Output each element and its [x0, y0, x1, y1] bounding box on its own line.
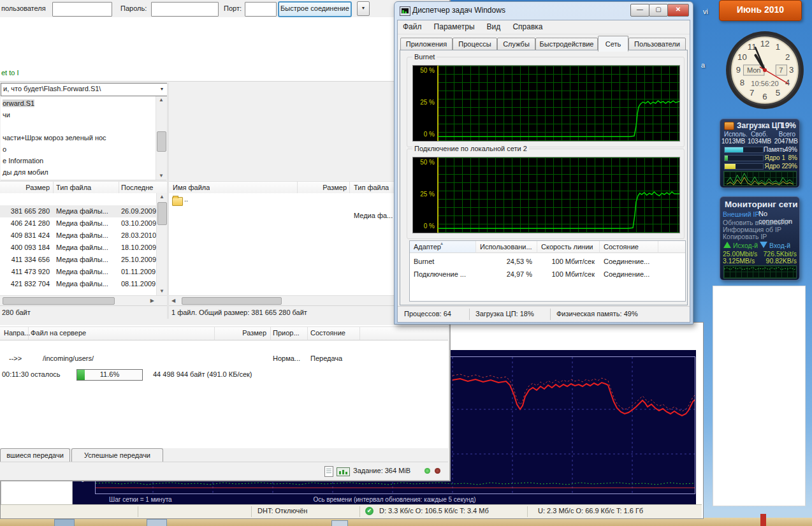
column-state[interactable]: Состояние	[310, 329, 345, 337]
upload-stats[interactable]: U: 2.3 Мб/с O: 66.9 Кб/с T: 1.6 Гб	[538, 507, 643, 515]
quickconnect-dropdown[interactable]: ▼	[357, 1, 370, 16]
download-stats[interactable]: D: 3.3 Кб/с O: 106.5 Кб/с T: 3.4 Мб	[379, 507, 489, 515]
desktop-icon-label[interactable]: vi	[703, 8, 708, 15]
tree-scrollbar[interactable]: ▲ ▼	[156, 96, 166, 180]
tab-processes[interactable]: Процессы	[453, 38, 497, 51]
column-type[interactable]: Тип файла	[56, 184, 117, 191]
menu-bar: Файл Параметры Вид Справка	[398, 20, 690, 34]
desktop-icon-label[interactable]: a	[701, 61, 705, 69]
clock-hub	[763, 68, 767, 72]
local-list-header[interactable]: Размер Тип файла Последне	[0, 181, 167, 194]
file-date: 28.03.2010	[121, 230, 158, 242]
tree-item[interactable]: orward.S1	[1, 98, 156, 109]
file-size: 381 665 280	[0, 205, 50, 217]
tree-item[interactable]: e Information	[1, 155, 156, 166]
tree-item[interactable]: части+Шрэк мороз зеленый нос	[1, 132, 156, 143]
password-input[interactable]	[151, 2, 219, 17]
menu-help[interactable]: Справка	[507, 20, 547, 33]
local-status: 280 байт	[0, 305, 167, 319]
tab-successful-transfers[interactable]: Успешные передачи	[71, 448, 163, 462]
tab-users[interactable]: Пользователи	[628, 38, 686, 51]
scroll-down-icon[interactable]: ▼	[159, 173, 164, 179]
maximize-button[interactable]: ▢	[649, 4, 668, 17]
tab-network[interactable]: Сеть	[598, 36, 628, 52]
file-row[interactable]: 421 832 704Медиа файлы...08.11.2009	[0, 278, 167, 290]
file-type: Медиа файлы...	[56, 217, 119, 230]
tree-item[interactable]	[1, 121, 156, 132]
column-size[interactable]: Размер	[297, 184, 347, 191]
column-size[interactable]: Размер	[217, 329, 266, 337]
queue-row[interactable]: -->> /incoming/users/ Норма... Передача	[0, 354, 448, 366]
column-adapter[interactable]: Адаптер ▴	[410, 241, 476, 253]
tree-item[interactable]: чи	[1, 109, 156, 121]
transfer-state: Передача	[310, 354, 342, 362]
tab-failed-transfers[interactable]: вшиеся передачи	[0, 448, 70, 462]
scroll-down-icon[interactable]: ▼	[159, 289, 164, 294]
tree-item[interactable]: о	[1, 143, 156, 155]
network-usage-svg	[413, 66, 679, 141]
column-link-speed[interactable]: Скорость линии	[537, 241, 600, 253]
file-row[interactable]: 381 665 280Медиа файлы...26.09.2009	[0, 205, 167, 217]
clock-gadget[interactable]: 12 1 2 3 4 5 6 7 8 9 10 11 Mon 7 10:56:2…	[724, 31, 806, 112]
menu-options[interactable]: Параметры	[429, 20, 480, 33]
tab-performance[interactable]: Быстродействие	[535, 38, 598, 51]
menu-file[interactable]: Файл	[398, 20, 427, 33]
quickconnect-button[interactable]: Быстрое соединение	[278, 1, 352, 17]
adapter-table[interactable]: Адаптер ▴ Использовани... Скорость линии…	[409, 240, 686, 302]
file-row[interactable]: 411 473 920Медиа файлы...01.11.2009	[0, 266, 167, 278]
menu-view[interactable]: Вид	[482, 20, 506, 33]
local-tree[interactable]: orward.S1чичасти+Шрэк мороз зеленый носо…	[1, 96, 166, 180]
column-utilization[interactable]: Использовани...	[476, 241, 537, 253]
speed-limit-icon[interactable]	[337, 467, 350, 476]
scrollbar-thumb[interactable]	[157, 202, 167, 225]
scrollbar-thumb[interactable]	[3, 297, 115, 305]
updir-entry[interactable]: ..	[184, 195, 188, 203]
column-remote-file[interactable]: Файл на сервере	[31, 329, 86, 337]
scrollbar-thumb[interactable]	[182, 297, 282, 305]
password-label: Пароль:	[120, 4, 147, 12]
local-path-combobox[interactable]: и, что будет\Flash.Forward.S1\ ▼	[1, 83, 168, 96]
dht-status[interactable]: DHT: Отключён	[257, 507, 307, 515]
tab-applications[interactable]: Приложения	[400, 38, 453, 51]
local-hscrollbar[interactable]: ▶	[0, 295, 167, 305]
column-size[interactable]: Размер	[0, 184, 50, 191]
local-file-list[interactable]: 381 665 280Медиа файлы...26.09.2009406 2…	[0, 193, 167, 295]
mem-used-label: Исполь.	[724, 131, 748, 138]
adapter-speed: 100 Мбит/сек	[537, 258, 595, 265]
copy-ip-link[interactable]: Копировать IP	[723, 233, 767, 240]
outgoing-rate: 3.125MB/s	[723, 257, 755, 265]
scrollbar-thumb[interactable]	[157, 131, 166, 152]
username-input[interactable]	[52, 2, 112, 17]
queue-progress-row[interactable]: 00:11:30 осталось 11.6% 44 498 944 байт …	[0, 369, 448, 381]
tree-item-label: чи	[3, 111, 10, 119]
column-priority[interactable]: Приор...	[273, 329, 300, 337]
file-row[interactable]: 409 831 424Медиа файлы...28.03.2010	[0, 230, 167, 242]
column-modified[interactable]: Последне	[121, 184, 159, 191]
network-gadget[interactable]: Мониторинг сети Внешний IP: No connectio…	[720, 196, 800, 281]
scroll-left-icon[interactable]: ◀	[171, 298, 175, 303]
file-row[interactable]: 400 093 184Медиа файлы...18.10.2009	[0, 242, 167, 254]
queue-header[interactable]: Напра... Файл на сервере Размер Приор...…	[0, 326, 448, 340]
port-input[interactable]	[245, 2, 277, 17]
column-state[interactable]: Состояние	[600, 241, 658, 253]
column-type[interactable]: Тип файла	[354, 184, 389, 191]
file-row-updir[interactable]	[0, 193, 167, 205]
cpu-gadget[interactable]: Загрузка ЦП 19% Исполь. Своб. Всего 1013…	[720, 119, 800, 188]
external-ip-label: Внешний IP:	[723, 210, 761, 218]
log-icon[interactable]	[324, 466, 333, 477]
column-direction[interactable]: Напра...	[4, 329, 30, 337]
file-row[interactable]: 406 241 280Медиа файлы...03.10.2009	[0, 217, 167, 230]
minimize-button[interactable]: —	[630, 4, 649, 17]
remote-file-type[interactable]: Медиа фа...	[354, 212, 393, 219]
scroll-up-icon[interactable]: ▲	[159, 98, 164, 103]
list-scrollbar[interactable]: ▲ ▼	[156, 193, 167, 295]
file-row[interactable]: 411 334 656Медиа файлы...25.10.2009	[0, 254, 167, 266]
tab-services[interactable]: Службы	[497, 38, 535, 51]
app-icon	[400, 6, 410, 16]
scroll-right-icon[interactable]: ▶	[150, 298, 154, 303]
calendar-gadget[interactable]: Июнь 2010	[719, 0, 802, 21]
tree-item[interactable]: ды для мобил	[1, 166, 156, 178]
scroll-up-icon[interactable]: ▲	[159, 194, 164, 200]
chevron-down-icon[interactable]: ▼	[157, 84, 167, 94]
close-button[interactable]: ✕	[667, 4, 689, 17]
